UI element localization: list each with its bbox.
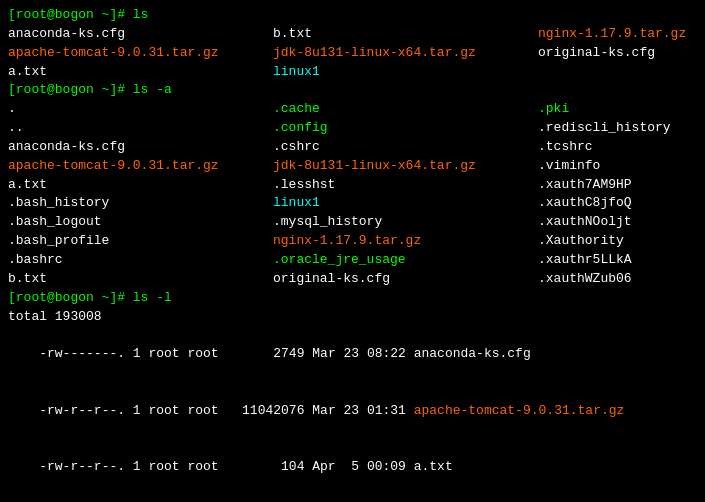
lsa-r1-c1: . xyxy=(8,100,273,119)
ls-r3-c3 xyxy=(538,63,697,82)
lsa-r6-c3: .xauthC8jfoQ xyxy=(538,194,697,213)
terminal: [root@bogon ~]# ls anaconda-ks.cfg b.txt… xyxy=(8,6,697,502)
lsl-name-1: apache-tomcat-9.0.31.tar.gz xyxy=(414,403,625,418)
lsa-row-10: b.txt original-ks.cfg .xauthWZub06 xyxy=(8,270,697,289)
lsa-row-6: .bash_history linux1 .xauthC8jfoQ xyxy=(8,194,697,213)
lsa-r6-c2: linux1 xyxy=(273,194,538,213)
lsa-r7-c3: .xauthNOoljt xyxy=(538,213,697,232)
lsl-perms-0: -rw-------. 1 root root xyxy=(39,346,273,361)
lsa-r3-c1: anaconda-ks.cfg xyxy=(8,138,273,157)
ls-r2-c1: apache-tomcat-9.0.31.tar.gz xyxy=(8,44,273,63)
lsa-r10-c1: b.txt xyxy=(8,270,273,289)
lsa-r5-c2: .lesshst xyxy=(273,176,538,195)
lsa-r5-c1: a.txt xyxy=(8,176,273,195)
lsl-row-0: -rw-------. 1 root root 2749 Mar 23 08:2… xyxy=(8,326,697,383)
lsl-date-2: Apr 5 00:09 xyxy=(304,459,413,474)
lsl-size-2: 104 xyxy=(281,459,304,474)
ls-r1-c1: anaconda-ks.cfg xyxy=(8,25,273,44)
lsa-r2-c2: .config xyxy=(273,119,538,138)
ls-r1-c2: b.txt xyxy=(273,25,538,44)
lsl-date-1: Mar 23 01:31 xyxy=(304,403,413,418)
lsa-r4-c1: apache-tomcat-9.0.31.tar.gz xyxy=(8,157,273,176)
lsa-r1-c3: .pki xyxy=(538,100,697,119)
lsl-row-3: -rw-r--r--. 1 root root 118 Apr 5 00:01 … xyxy=(8,496,697,502)
prompt-lsa: [root@bogon ~]# ls -a xyxy=(8,81,697,100)
lsa-r1-c2: .cache xyxy=(273,100,538,119)
lsl-row-1: -rw-r--r--. 1 root root 11042076 Mar 23 … xyxy=(8,383,697,440)
lsa-row-1: . .cache .pki xyxy=(8,100,697,119)
ls-r1-c3: nginx-1.17.9.tar.gz xyxy=(538,25,697,44)
lsa-r3-c3: .tcshrc xyxy=(538,138,697,157)
ls-row-3: a.txt linux1 xyxy=(8,63,697,82)
lsa-r6-c1: .bash_history xyxy=(8,194,273,213)
lsa-row-9: .bashrc .oracle_jre_usage .xauthr5LLkA xyxy=(8,251,697,270)
ls-row-2: apache-tomcat-9.0.31.tar.gz jdk-8u131-li… xyxy=(8,44,697,63)
lsa-r9-c3: .xauthr5LLkA xyxy=(538,251,697,270)
ls-r3-c2: linux1 xyxy=(273,63,538,82)
lsl-row-2: -rw-r--r--. 1 root root 104 Apr 5 00:09 … xyxy=(8,439,697,496)
lsa-r7-c2: .mysql_history xyxy=(273,213,538,232)
lsl-date-0: Mar 23 08:22 xyxy=(304,346,413,361)
lsa-row-3: anaconda-ks.cfg .cshrc .tcshrc xyxy=(8,138,697,157)
lsa-r9-c1: .bashrc xyxy=(8,251,273,270)
lsa-r7-c1: .bash_logout xyxy=(8,213,273,232)
lsl-name-0: anaconda-ks.cfg xyxy=(414,346,531,361)
lsa-row-4: apache-tomcat-9.0.31.tar.gz jdk-8u131-li… xyxy=(8,157,697,176)
ls-r2-c3: original-ks.cfg xyxy=(538,44,697,63)
lsa-r3-c2: .cshrc xyxy=(273,138,538,157)
lsa-r8-c2: nginx-1.17.9.tar.gz xyxy=(273,232,538,251)
prompt-ls: [root@bogon ~]# ls xyxy=(8,6,697,25)
lsa-r8-c3: .Xauthority xyxy=(538,232,697,251)
lsl-total: total 193008 xyxy=(8,308,697,327)
lsl-name-2: a.txt xyxy=(414,459,453,474)
ls-r3-c1: a.txt xyxy=(8,63,273,82)
lsa-r8-c1: .bash_profile xyxy=(8,232,273,251)
lsa-r10-c3: .xauthWZub06 xyxy=(538,270,697,289)
lsl-perms-2: -rw-r--r--. 1 root root xyxy=(39,459,281,474)
ls-row-1: anaconda-ks.cfg b.txt nginx-1.17.9.tar.g… xyxy=(8,25,697,44)
lsa-r4-c3: .viminfo xyxy=(538,157,697,176)
lsa-row-5: a.txt .lesshst .xauth7AM9HP xyxy=(8,176,697,195)
ls-r2-c2: jdk-8u131-linux-x64.tar.gz xyxy=(273,44,538,63)
lsa-row-2: .. .config .rediscli_history xyxy=(8,119,697,138)
lsa-r9-c2: .oracle_jre_usage xyxy=(273,251,538,270)
lsa-r10-c2: original-ks.cfg xyxy=(273,270,538,289)
lsa-r2-c1: .. xyxy=(8,119,273,138)
lsa-r2-c3: .rediscli_history xyxy=(538,119,697,138)
lsl-size-0: 2749 xyxy=(273,346,304,361)
lsa-r5-c3: .xauth7AM9HP xyxy=(538,176,697,195)
prompt-lsl: [root@bogon ~]# ls -l xyxy=(8,289,697,308)
lsl-perms-1: -rw-r--r--. 1 root root xyxy=(39,403,242,418)
lsl-size-1: 11042076 xyxy=(242,403,304,418)
lsa-row-7: .bash_logout .mysql_history .xauthNOoljt xyxy=(8,213,697,232)
lsa-row-8: .bash_profile nginx-1.17.9.tar.gz .Xauth… xyxy=(8,232,697,251)
lsa-r4-c2: jdk-8u131-linux-x64.tar.gz xyxy=(273,157,538,176)
